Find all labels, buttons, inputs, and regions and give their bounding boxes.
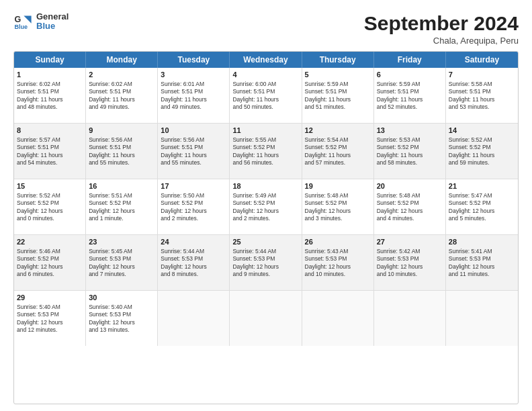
day-info: Sunrise: 5:42 AM	[377, 248, 443, 255]
day-info: and 13 minutes.	[89, 326, 154, 334]
logo: G Blue General Blue	[13, 12, 69, 32]
day-info: and 3 minutes.	[305, 215, 371, 222]
day-info: Daylight: 12 hours	[449, 208, 515, 215]
day-number: 1	[17, 70, 83, 80]
location: Chala, Arequipa, Peru	[364, 36, 519, 46]
day-info: and 6 minutes.	[17, 271, 83, 278]
day-info: and 49 minutes.	[161, 103, 226, 111]
calendar-cell: 27Sunrise: 5:42 AMSunset: 5:53 PMDayligh…	[374, 235, 446, 290]
day-info: Sunset: 5:52 PM	[449, 144, 515, 151]
calendar-week-4: 22Sunrise: 5:46 AMSunset: 5:52 PMDayligh…	[14, 235, 518, 291]
calendar-cell	[230, 291, 302, 346]
calendar-week-5: 29Sunrise: 5:40 AMSunset: 5:53 PMDayligh…	[14, 291, 518, 346]
day-number: 5	[305, 70, 371, 80]
day-info: Daylight: 12 hours	[161, 208, 226, 215]
day-info: and 8 minutes.	[161, 271, 226, 278]
calendar-cell: 15Sunrise: 5:52 AMSunset: 5:52 PMDayligh…	[14, 179, 86, 234]
header-right: September 2024 Chala, Arequipa, Peru	[364, 12, 519, 46]
day-number: 13	[377, 126, 443, 136]
calendar-cell: 21Sunrise: 5:47 AMSunset: 5:52 PMDayligh…	[446, 179, 518, 234]
day-info: and 12 minutes.	[17, 326, 83, 334]
day-info: Sunset: 5:52 PM	[17, 255, 83, 263]
day-info: Sunrise: 5:46 AM	[17, 248, 83, 255]
day-info: Sunrise: 5:48 AM	[377, 192, 443, 199]
calendar-cell: 1Sunrise: 6:02 AMSunset: 5:51 PMDaylight…	[14, 68, 86, 123]
calendar-cell: 14Sunrise: 5:52 AMSunset: 5:52 PMDayligh…	[446, 124, 518, 179]
day-info: Daylight: 11 hours	[449, 96, 515, 103]
day-info: and 10 minutes.	[377, 271, 443, 278]
calendar-cell	[446, 291, 518, 346]
calendar-cell: 12Sunrise: 5:54 AMSunset: 5:52 PMDayligh…	[302, 124, 374, 179]
day-number: 16	[89, 181, 154, 191]
day-info: Sunset: 5:53 PM	[89, 311, 154, 318]
day-number: 7	[449, 70, 515, 80]
day-info: Sunrise: 5:44 AM	[161, 248, 226, 255]
logo-text: General Blue	[36, 12, 69, 32]
header-saturday: Saturday	[446, 52, 518, 68]
day-info: Sunset: 5:53 PM	[17, 311, 83, 318]
day-number: 2	[89, 70, 154, 80]
header-monday: Monday	[86, 52, 158, 68]
calendar-cell: 16Sunrise: 5:51 AMSunset: 5:52 PMDayligh…	[86, 179, 158, 234]
page: G Blue General Blue September 2024 Chala…	[0, 0, 532, 411]
calendar-body: 1Sunrise: 6:02 AMSunset: 5:51 PMDaylight…	[14, 68, 518, 346]
calendar-cell	[374, 291, 446, 346]
day-info: Sunrise: 5:52 AM	[17, 192, 83, 199]
header-sunday: Sunday	[14, 52, 86, 68]
day-number: 30	[89, 293, 154, 303]
day-info: Sunset: 5:52 PM	[232, 199, 298, 207]
header-friday: Friday	[374, 52, 446, 68]
day-number: 22	[17, 237, 83, 247]
day-info: Sunset: 5:53 PM	[449, 255, 515, 263]
day-info: Sunrise: 5:51 AM	[89, 192, 154, 199]
calendar-cell: 13Sunrise: 5:53 AMSunset: 5:52 PMDayligh…	[374, 124, 446, 179]
day-info: and 4 minutes.	[377, 215, 443, 222]
calendar-cell: 28Sunrise: 5:41 AMSunset: 5:53 PMDayligh…	[446, 235, 518, 290]
calendar-cell: 19Sunrise: 5:48 AMSunset: 5:52 PMDayligh…	[302, 179, 374, 234]
day-info: Sunrise: 6:00 AM	[232, 81, 298, 88]
calendar-cell: 25Sunrise: 5:44 AMSunset: 5:53 PMDayligh…	[230, 235, 302, 290]
day-info: Sunrise: 5:43 AM	[305, 248, 371, 255]
day-info: Sunrise: 5:55 AM	[232, 136, 298, 144]
day-info: and 55 minutes.	[89, 159, 154, 167]
calendar-cell: 22Sunrise: 5:46 AMSunset: 5:52 PMDayligh…	[14, 235, 86, 290]
day-number: 4	[232, 70, 298, 80]
day-info: and 58 minutes.	[377, 159, 443, 167]
day-info: and 59 minutes.	[449, 159, 515, 167]
calendar-cell	[302, 291, 374, 346]
calendar-cell: 20Sunrise: 5:48 AMSunset: 5:52 PMDayligh…	[374, 179, 446, 234]
day-info: Daylight: 12 hours	[161, 263, 226, 271]
day-info: and 52 minutes.	[377, 103, 443, 111]
day-info: Daylight: 12 hours	[305, 208, 371, 215]
day-info: Daylight: 11 hours	[89, 96, 154, 103]
top-bar: G Blue General Blue September 2024 Chala…	[13, 12, 519, 46]
calendar-cell: 11Sunrise: 5:55 AMSunset: 5:52 PMDayligh…	[230, 124, 302, 179]
calendar-cell: 17Sunrise: 5:50 AMSunset: 5:52 PMDayligh…	[158, 179, 230, 234]
day-info: and 53 minutes.	[449, 103, 515, 111]
day-info: Daylight: 12 hours	[377, 263, 443, 271]
day-info: and 10 minutes.	[305, 271, 371, 278]
day-info: Sunset: 5:51 PM	[17, 144, 83, 151]
day-info: Sunset: 5:51 PM	[305, 88, 371, 95]
logo-icon: G Blue	[13, 12, 32, 31]
day-info: and 11 minutes.	[449, 271, 515, 278]
calendar-cell: 18Sunrise: 5:49 AMSunset: 5:52 PMDayligh…	[230, 179, 302, 234]
day-info: Daylight: 11 hours	[17, 152, 83, 159]
day-info: and 5 minutes.	[449, 215, 515, 222]
day-info: Sunrise: 5:45 AM	[89, 248, 154, 255]
day-info: and 2 minutes.	[161, 215, 226, 222]
day-info: Daylight: 12 hours	[17, 319, 83, 326]
day-info: and 50 minutes.	[232, 103, 298, 111]
calendar-week-1: 1Sunrise: 6:02 AMSunset: 5:51 PMDaylight…	[14, 68, 518, 124]
day-info: and 56 minutes.	[232, 159, 298, 167]
day-number: 19	[305, 181, 371, 191]
day-info: Sunrise: 5:47 AM	[449, 192, 515, 199]
day-info: Sunrise: 6:01 AM	[161, 81, 226, 88]
calendar-cell: 5Sunrise: 5:59 AMSunset: 5:51 PMDaylight…	[302, 68, 374, 123]
calendar-cell: 4Sunrise: 6:00 AMSunset: 5:51 PMDaylight…	[230, 68, 302, 123]
day-info: Sunrise: 5:52 AM	[449, 136, 515, 144]
header-thursday: Thursday	[302, 52, 374, 68]
calendar-cell: 10Sunrise: 5:56 AMSunset: 5:51 PMDayligh…	[158, 124, 230, 179]
day-info: Daylight: 12 hours	[305, 263, 371, 271]
day-info: Daylight: 12 hours	[377, 208, 443, 215]
